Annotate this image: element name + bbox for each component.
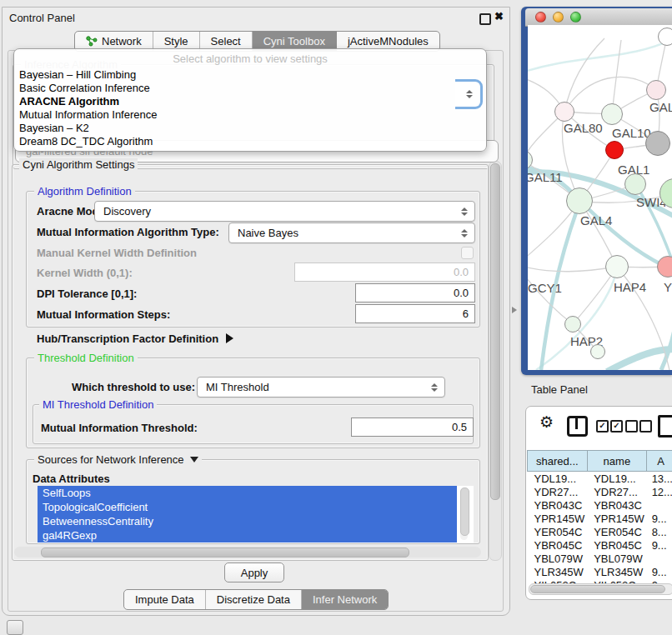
collapsed-panel-icon[interactable] (7, 620, 23, 635)
table-row[interactable]: YLR345WYLR345W9... (528, 565, 672, 578)
column-header-partial[interactable]: A (647, 451, 672, 472)
gear-icon[interactable]: ⚙ (539, 412, 554, 432)
node-label: GAL80 (564, 121, 603, 135)
algorithm-option[interactable]: Dream8 DC_TDC Algorithm (14, 135, 486, 148)
table-horizontal-scrollbar[interactable] (529, 583, 672, 595)
spinner-icon (431, 383, 438, 392)
cyni-bottom-tabbar: Impute Data Discretize Data Infer Networ… (123, 589, 389, 610)
network-node[interactable] (554, 102, 574, 122)
network-node[interactable] (658, 28, 672, 46)
control-panel-window: Control Panel ✖ Network Style Select Cyn… (2, 7, 510, 616)
manual-kernel-checkbox[interactable] (461, 247, 474, 259)
settings-vertical-scrollbar[interactable] (489, 161, 502, 561)
network-node[interactable] (605, 141, 624, 159)
apply-button[interactable]: Apply (224, 562, 284, 582)
data-attributes-list: SelfLoopsTopologicalCoefficientBetweenne… (38, 486, 474, 542)
expand-right-icon[interactable] (226, 333, 233, 343)
close-button[interactable] (535, 12, 546, 22)
table-row[interactable]: YPR145WYPR145W9... (528, 512, 672, 525)
mi-steps-field[interactable]: 6 (355, 304, 475, 323)
unchecked-checkbox-icon[interactable] (625, 420, 638, 432)
network-node[interactable] (590, 344, 605, 359)
attribute-item[interactable]: SelfLoops (38, 486, 457, 500)
unchecked-checkbox-icon[interactable] (639, 420, 652, 432)
sources-title[interactable]: Sources for Network Inference (34, 453, 202, 466)
network-icon (86, 36, 98, 47)
collapse-down-icon[interactable] (190, 457, 198, 462)
attribute-item[interactable]: TopologicalCoefficient (38, 500, 457, 514)
algorithm-option[interactable]: Bayesian – K2 (14, 122, 486, 135)
table-row[interactable]: YBR045CYBR045C9... (528, 538, 672, 552)
aracne-mode-combo[interactable]: Discovery (94, 201, 475, 222)
column-header-name[interactable]: name (587, 451, 647, 472)
network-node[interactable] (566, 188, 593, 214)
scrollbar-thumb[interactable] (530, 585, 665, 593)
tab-impute-data[interactable]: Impute Data (124, 590, 206, 609)
node-label: GCY1 (528, 281, 562, 295)
popup-placeholder: Select algorithm to view settings (14, 52, 486, 68)
mi-type-combo[interactable]: Naive Bayes (228, 222, 475, 243)
network-node[interactable] (624, 173, 646, 195)
hub-definition-toggle[interactable]: Hub/Transcription Factor Definition (37, 332, 233, 345)
algorithm-popup-list: Bayesian – Hill ClimbingBasic Correlatio… (14, 68, 486, 148)
focused-combo-fragment[interactable] (455, 79, 483, 109)
node-attribute-table: shared... name A YDL19...YDL19...13...YD… (527, 450, 672, 592)
algorithm-option[interactable]: ARACNE Algorithm (14, 95, 486, 108)
panel-title: Control Panel (9, 12, 75, 24)
spinner-icon (461, 208, 468, 216)
scrollbar-thumb[interactable] (460, 488, 469, 536)
algorithm-definition-title: Algorithm Definition (34, 185, 135, 198)
mi-threshold-field[interactable]: 0.5 (351, 418, 474, 437)
algorithm-option[interactable]: Bayesian – Hill Climbing (14, 68, 486, 82)
float-window-icon[interactable] (479, 13, 491, 25)
network-node[interactable] (645, 131, 670, 156)
algorithm-option[interactable]: Basic Correlation Inference (14, 82, 486, 95)
dpi-tolerance-field[interactable]: 0.0 (355, 283, 475, 302)
table-row[interactable]: YDL19...YDL19...13... (528, 472, 672, 486)
which-threshold-combo[interactable]: MI Threshold (197, 377, 445, 398)
table-panel: ⚙ ✓ ✓ shared... name A YDL19...YDL19...1… (525, 406, 672, 600)
list-scrollbar[interactable] (460, 488, 468, 540)
tab-label: Network (102, 35, 142, 48)
attribute-item[interactable]: gal4RGexp (38, 528, 457, 542)
splitter-arrow-icon[interactable] (512, 307, 517, 313)
network-node[interactable] (605, 255, 629, 278)
scrollbar-thumb[interactable] (41, 548, 409, 558)
split-columns-icon[interactable] (567, 416, 588, 437)
data-attributes-label: Data Attributes (33, 472, 110, 485)
mi-threshold-title: MI Threshold Definition (39, 398, 157, 411)
settings-horizontal-scrollbar[interactable] (14, 547, 481, 558)
node-label: GAL11 (528, 170, 563, 184)
kernel-width-field[interactable]: 0.0 (294, 262, 475, 282)
network-canvas[interactable]: GALGAL80GAL10GAL1GAL11SWI4GAL4HAP4YGCY1H… (528, 25, 672, 370)
spinner-icon (461, 229, 468, 238)
table-row[interactable]: YDR27...YDR27...12... (528, 485, 672, 498)
minimize-button[interactable] (553, 12, 564, 22)
column-header-shared-name[interactable]: shared... (528, 451, 588, 472)
table-row[interactable]: YBL079WYBL079W (528, 552, 672, 565)
zoom-button[interactable] (570, 12, 581, 22)
algorithm-option[interactable]: Mutual Information Inference (14, 108, 486, 122)
network-node[interactable] (646, 80, 666, 100)
node-label: GAL10 (612, 126, 651, 140)
tab-infer-network[interactable]: Infer Network (302, 590, 388, 609)
kernel-width-label: Kernel Width (0,1): (37, 267, 133, 279)
table-row[interactable]: YER054CYER054C8... (528, 525, 672, 538)
node-label: HAP4 (614, 280, 646, 294)
network-window-titlebar[interactable] (525, 8, 672, 27)
attribute-item[interactable]: BetweennessCentrality (38, 514, 457, 528)
table-header-row: shared... name A (528, 451, 672, 472)
checked-checkbox-icon[interactable]: ✓ (610, 420, 623, 432)
mi-threshold-label: Mutual Information Threshold: (41, 422, 198, 434)
tab-discretize-data[interactable]: Discretize Data (206, 590, 302, 609)
table-row[interactable]: YBR043CYBR043C (528, 498, 672, 512)
checked-checkbox-icon[interactable]: ✓ (596, 420, 609, 432)
cyni-settings-title: Cyni Algorithm Settings (19, 158, 138, 171)
node-label: GAL4 (580, 213, 612, 228)
mi-type-label: Mutual Information Algorithm Type: (37, 226, 219, 238)
close-icon[interactable]: ✖ (494, 10, 504, 22)
network-node[interactable] (601, 103, 623, 125)
document-icon[interactable] (658, 415, 672, 438)
network-node[interactable] (564, 316, 581, 332)
scrollbar-thumb[interactable] (490, 163, 500, 500)
